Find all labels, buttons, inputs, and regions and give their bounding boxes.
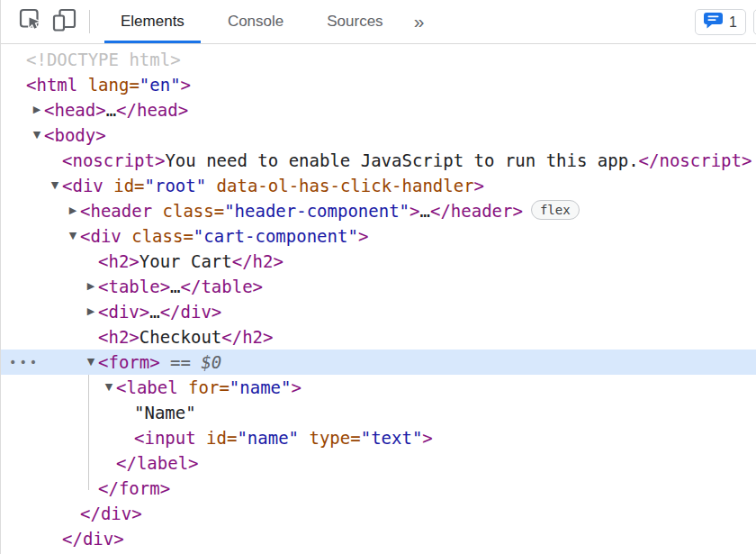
collapse-arrow-icon[interactable]: ▼ bbox=[85, 350, 97, 375]
code-text: "Name" bbox=[134, 403, 196, 422]
code-tag: </h2> bbox=[232, 251, 284, 271]
code-tag: > bbox=[291, 377, 301, 397]
toolbar-separator bbox=[89, 10, 90, 33]
code-eq: == bbox=[160, 352, 202, 372]
code-tag: <table> bbox=[98, 277, 170, 296]
code-tag: </div> bbox=[62, 529, 124, 549]
code-tag: <html bbox=[26, 75, 88, 95]
collapse-arrow-icon[interactable]: ▼ bbox=[31, 123, 43, 148]
code-attr: data-ol-has-click-handler bbox=[206, 176, 473, 195]
collapse-arrow-icon[interactable]: ▼ bbox=[67, 223, 79, 249]
issues-count: 1 bbox=[729, 14, 737, 31]
node-div-cart[interactable]: ▼<div class="cart-component"> bbox=[1, 223, 756, 249]
tab-elements[interactable]: Elements bbox=[104, 0, 201, 43]
tab-console[interactable]: Console bbox=[212, 0, 300, 43]
node-table[interactable]: ▶<table>…</table> bbox=[1, 274, 756, 299]
node-body-close[interactable]: </body> bbox=[1, 551, 756, 553]
code-val: "cart-component" bbox=[194, 226, 358, 246]
code-tag: > bbox=[422, 428, 432, 448]
tab-console-label: Console bbox=[228, 13, 284, 31]
chevron-double-icon: » bbox=[414, 11, 425, 32]
expand-arrow-icon[interactable]: ▶ bbox=[85, 274, 97, 299]
code-tag: <head> bbox=[44, 100, 106, 120]
code-tag: <form> bbox=[98, 352, 160, 372]
code-tag: </noscript> bbox=[639, 150, 752, 170]
node-head[interactable]: ▶<head>…</head> bbox=[1, 97, 756, 123]
node-form[interactable]: •••▼<form> == $0 bbox=[1, 350, 756, 375]
code-tag: <div bbox=[62, 176, 113, 195]
node-input[interactable]: <input id="name" type="text"> bbox=[1, 425, 756, 450]
expand-arrow-icon[interactable]: ▶ bbox=[85, 299, 97, 324]
node-header[interactable]: ▶<header class="header-component">…</hea… bbox=[1, 198, 756, 223]
inspect-button[interactable] bbox=[14, 0, 48, 43]
flex-badge[interactable]: flex bbox=[531, 200, 580, 220]
code-tag: <h2> bbox=[98, 327, 140, 347]
expand-arrow-icon[interactable]: ▶ bbox=[67, 198, 79, 223]
node-doctype[interactable]: <!DOCTYPE html> bbox=[1, 47, 756, 72]
collapse-arrow-icon[interactable]: ▼ bbox=[103, 375, 115, 400]
code-attr: class= bbox=[163, 201, 225, 221]
node-text-name[interactable]: "Name" bbox=[1, 400, 756, 425]
node-div-anon[interactable]: ▶<div>…</div> bbox=[1, 299, 756, 324]
issues-button[interactable]: 1 bbox=[695, 9, 746, 35]
code-attr: id= bbox=[113, 176, 144, 195]
code-tag: > bbox=[474, 176, 484, 195]
code-text: … bbox=[106, 100, 116, 120]
node-form-close[interactable]: </form> bbox=[1, 476, 756, 501]
expand-arrow-icon[interactable]: ▶ bbox=[31, 97, 43, 123]
code-attr: id= bbox=[206, 428, 237, 448]
code-val: "name" bbox=[230, 377, 292, 397]
code-tag: > bbox=[181, 75, 191, 95]
code-tag: <header bbox=[80, 201, 163, 221]
node-label-close[interactable]: </label> bbox=[1, 450, 756, 476]
code-tag: </form> bbox=[98, 478, 170, 498]
panel-tabs: Elements Console Sources » bbox=[99, 0, 433, 43]
node-html[interactable]: <html lang="en"> bbox=[1, 72, 756, 97]
active-tab-underline bbox=[104, 41, 201, 43]
code-tag: <div bbox=[80, 226, 131, 246]
code-tag: <div> bbox=[98, 302, 149, 322]
code-tag: <noscript> bbox=[62, 150, 165, 170]
code-text: … bbox=[149, 302, 159, 322]
devtools-toolbar: Elements Console Sources » 1 bbox=[1, 0, 756, 44]
code-text: … bbox=[170, 277, 180, 296]
device-toolbar-icon bbox=[52, 8, 77, 36]
node-h2-checkout[interactable]: <h2>Checkout</h2> bbox=[1, 324, 756, 350]
toolbar-right-group: 1 bbox=[695, 9, 746, 35]
code-attr: for= bbox=[188, 377, 230, 397]
code-attr: lang= bbox=[88, 75, 140, 95]
node-label[interactable]: ▼<label for="name"> bbox=[1, 375, 756, 400]
code-text: Your Cart bbox=[140, 251, 232, 271]
toggle-device-toolbar-button[interactable] bbox=[48, 0, 82, 43]
tab-elements-label: Elements bbox=[121, 13, 184, 31]
code-tag: </div> bbox=[80, 504, 142, 523]
tab-sources[interactable]: Sources bbox=[310, 0, 399, 43]
code-tag: <label bbox=[116, 377, 188, 397]
collapse-arrow-icon[interactable]: ▼ bbox=[49, 173, 61, 198]
code-tag: <input bbox=[134, 428, 206, 448]
more-tabs-button[interactable]: » bbox=[405, 0, 434, 43]
node-h2-your-cart[interactable]: <h2>Your Cart</h2> bbox=[1, 249, 756, 274]
dom-tree: <!DOCTYPE html><html lang="en">▶<head>…<… bbox=[1, 44, 756, 553]
code-dollar: $0 bbox=[201, 352, 221, 372]
code-val: "en" bbox=[140, 75, 181, 95]
node-div-root[interactable]: ▼<div id="root" data-ol-has-click-handle… bbox=[1, 173, 756, 198]
code-tag: </h2> bbox=[221, 327, 273, 347]
code-attr: class= bbox=[131, 226, 194, 246]
code-tag: </table> bbox=[181, 277, 264, 296]
tab-sources-label: Sources bbox=[327, 13, 382, 31]
node-body[interactable]: ▼<body> bbox=[1, 123, 756, 148]
inspect-cursor-icon bbox=[19, 8, 42, 35]
node-div-cart-close[interactable]: </div> bbox=[1, 501, 756, 526]
message-bubble-icon bbox=[704, 13, 723, 32]
more-actions-icon[interactable]: ••• bbox=[9, 350, 40, 375]
code-text: … bbox=[420, 201, 430, 221]
node-div-root-close[interactable]: </div> bbox=[1, 526, 756, 551]
code-val: "text" bbox=[361, 428, 423, 448]
code-tag: </head> bbox=[116, 100, 188, 120]
code-text: You need to enable JavaScript to run thi… bbox=[165, 150, 638, 170]
code-tag: > bbox=[358, 226, 368, 246]
node-noscript[interactable]: <noscript>You need to enable JavaScript … bbox=[1, 148, 756, 173]
code-val: "header-component" bbox=[224, 201, 410, 221]
code-text: Checkout bbox=[140, 327, 222, 347]
